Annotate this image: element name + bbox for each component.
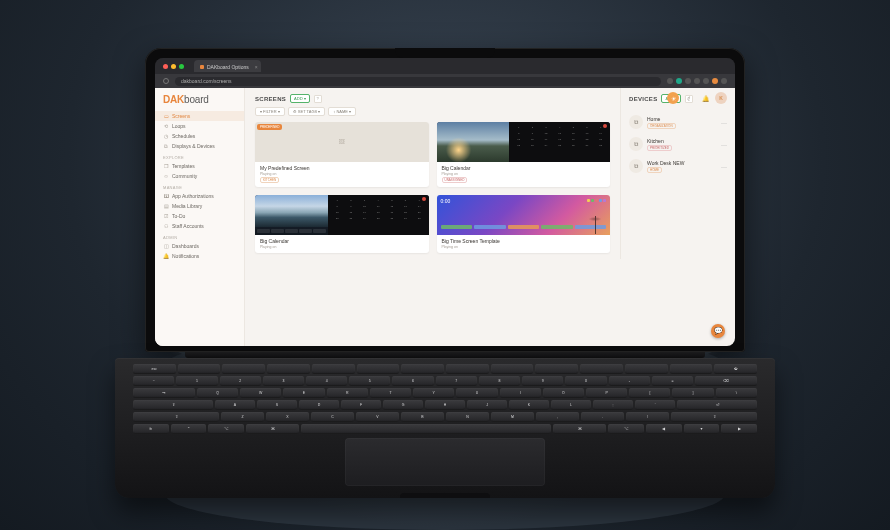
thumb-calendar: 1234567 891011121314 15161718192021 2223… <box>509 122 610 162</box>
screen-card[interactable]: 0:00 <box>437 195 611 253</box>
sidebar-item-dashboards[interactable]: ◫ Dashboards <box>155 241 244 251</box>
sidebar-item-staff-accounts[interactable]: ⚇ Staff Accounts <box>155 221 244 231</box>
window-controls[interactable] <box>163 64 184 69</box>
predefined-badge: PREDEFINED <box>257 124 282 130</box>
sidebar-item-label: Templates <box>172 163 195 169</box>
palm-tree-icon <box>586 215 604 235</box>
ext-icon[interactable] <box>676 78 682 84</box>
screen-card[interactable]: 1234567 891011121314 15161718192021 2223… <box>255 195 429 253</box>
device-row[interactable]: ⧉ Work Desk NEW HOME ⋯ <box>629 159 727 173</box>
close-window-icon[interactable] <box>163 64 168 69</box>
card-subtitle: Playing on <box>260 172 424 176</box>
close-tab-icon[interactable]: × <box>255 64 258 70</box>
device-more-button[interactable]: ⋯ <box>721 119 727 126</box>
sidebar-item-label: Notifications <box>172 253 199 259</box>
nav-group-label: ADMIN <box>155 231 244 241</box>
browser-menu-icon[interactable] <box>721 78 727 84</box>
brand-logo[interactable]: DAKboard <box>155 88 244 111</box>
sidebar-item-label: To-Do <box>172 213 185 219</box>
user-avatar[interactable]: K <box>715 92 727 104</box>
devices-section: DEVICES ADD ▾ ? ⧉ Home ORGANIZATION <box>620 88 735 259</box>
device-row[interactable]: ⧉ Kitchen PRIORITIZED ⋯ <box>629 137 727 151</box>
sidebar-item-media-library[interactable]: ▤ Media Library <box>155 201 244 211</box>
filter-dropdown[interactable]: ▾ FILTER ▾ <box>255 107 285 116</box>
device-more-button[interactable]: ⋯ <box>721 163 727 170</box>
ext-icon[interactable] <box>667 78 673 84</box>
sidebar-item-loops[interactable]: ⟲ Loops <box>155 121 244 131</box>
sidebar-item-notifications[interactable]: 🔔 Notifications <box>155 251 244 261</box>
device-name: Work Desk NEW <box>647 160 717 166</box>
community-icon: ☺ <box>163 173 169 179</box>
card-tag: KITCHEN <box>260 177 279 183</box>
thumb-weather-strip <box>255 227 328 235</box>
theme-dark-button[interactable]: ☾ <box>683 92 695 104</box>
sidebar-item-community[interactable]: ☺ Community <box>155 171 244 181</box>
sidebar-item-label: Displays & Devices <box>172 143 215 149</box>
section-header: SCREENS ADD ▾ ? <box>255 94 610 103</box>
filter-row: ▾ FILTER ▾ ⚙ SET TAGS ▾ ↕ NAME ▾ <box>255 107 610 116</box>
browser-tab[interactable]: DAKboard Options × <box>194 60 261 72</box>
ext-icon[interactable] <box>685 78 691 84</box>
card-body: My Predefined Screen Playing on KITCHEN <box>255 162 429 187</box>
screen-card[interactable]: 1234567 891011121314 15161718192021 2223… <box>437 122 611 187</box>
device-info: Kitchen PRIORITIZED <box>647 138 717 151</box>
dash-icon: ◫ <box>163 243 169 249</box>
device-row[interactable]: ⧉ Home ORGANIZATION ⋯ <box>629 115 727 129</box>
sort-name-dropdown[interactable]: ↕ NAME ▾ <box>328 107 356 116</box>
sidebar-item-templates[interactable]: ❐ Templates <box>155 161 244 171</box>
device-info: Work Desk NEW HOME <box>647 160 717 173</box>
card-subtitle: Playing on <box>442 172 606 176</box>
add-screen-button[interactable]: ADD ▾ <box>290 94 310 103</box>
laptop-base: esc⏻ ~1234567890-=⌫ ⇥QWERTYUIOP[]\ ⇪ASDF… <box>115 358 775 498</box>
device-tag: PRIORITIZED <box>647 145 672 151</box>
bell-icon: 🔔 <box>163 253 169 259</box>
thumb-landscape <box>255 195 328 227</box>
device-name: Home <box>647 116 717 122</box>
keyboard: esc⏻ ~1234567890-=⌫ ⇥QWERTYUIOP[]\ ⇪ASDF… <box>133 364 757 434</box>
sidebar-item-app-authorizations[interactable]: ⚿ App Authorizations <box>155 191 244 201</box>
sidebar-item-todo[interactable]: ☑ To-Do <box>155 211 244 221</box>
minimize-window-icon[interactable] <box>171 64 176 69</box>
sidebar-item-label: Screens <box>172 113 190 119</box>
theme-light-button[interactable]: ☀ <box>667 92 679 104</box>
sidebar-item-schedules[interactable]: ◷ Schedules <box>155 131 244 141</box>
browser-profile-icon[interactable] <box>712 78 718 84</box>
monitor-icon: ▭ <box>163 113 169 119</box>
card-title: Big Time Screen Template <box>442 238 606 244</box>
reload-icon[interactable] <box>163 78 169 84</box>
maximize-window-icon[interactable] <box>179 64 184 69</box>
sidebar: DAKboard ▭ Screens ⟲ Loops ◷ <box>155 88 245 346</box>
card-subtitle: Playing on <box>260 245 424 249</box>
todo-icon: ☑ <box>163 213 169 219</box>
section-title: DEVICES <box>629 96 657 102</box>
device-more-button[interactable]: ⋯ <box>721 141 727 148</box>
device-icon: ⧉ <box>163 143 169 149</box>
screen-card[interactable]: PREDEFINED 🖼 My Predefined Screen Playin… <box>255 122 429 187</box>
sidebar-item-screens[interactable]: ▭ Screens <box>155 111 244 121</box>
thumb-calendar: 1234567 891011121314 15161718192021 2223… <box>328 195 429 235</box>
url-field[interactable]: dakboard.com/screens <box>175 77 661 86</box>
screen-thumbnail: 1234567 891011121314 15161718192021 2223… <box>255 195 429 235</box>
screens-section: SCREENS ADD ▾ ? ▾ FILTER ▾ ⚙ SET TAGS ▾ … <box>245 88 620 259</box>
nav-group-label: EXPLORE <box>155 151 244 161</box>
nav-group-label: MANAGE <box>155 181 244 191</box>
tab-title: DAKboard Options <box>207 64 249 70</box>
staff-icon: ⚇ <box>163 223 169 229</box>
device-tag: ORGANIZATION <box>647 123 676 129</box>
display: DAKboard Options × dakboard.com/screens <box>155 58 735 346</box>
sidebar-item-label: Media Library <box>172 203 202 209</box>
device-tag: HOME <box>647 167 662 173</box>
card-title: Big Calendar <box>442 165 606 171</box>
shield-icon[interactable] <box>694 78 700 84</box>
download-icon[interactable] <box>703 78 709 84</box>
device-icon: ⧉ <box>629 115 643 129</box>
card-tag: UNASSIGNED <box>442 177 468 183</box>
info-button[interactable]: ? <box>314 95 322 103</box>
sidebar-item-displays-devices[interactable]: ⧉ Displays & Devices <box>155 141 244 151</box>
device-info: Home ORGANIZATION <box>647 116 717 129</box>
content-wrap: ☀ ☾ 🔔 K SCREENS ADD ▾ ? <box>245 88 735 346</box>
chat-fab[interactable]: 💬 <box>711 324 725 338</box>
notifications-button[interactable]: 🔔 <box>699 92 711 104</box>
sidebar-item-label: Loops <box>172 123 186 129</box>
set-tags-dropdown[interactable]: ⚙ SET TAGS ▾ <box>288 107 326 116</box>
